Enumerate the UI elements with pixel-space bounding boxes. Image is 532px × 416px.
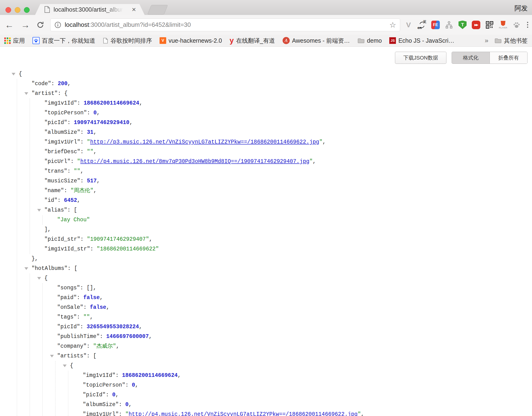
json-line: "briefDesc": "", — [44, 147, 532, 157]
json-line: "onSale": false, — [57, 303, 532, 312]
other-bookmarks[interactable]: 其他书签 — [494, 37, 528, 45]
json-children: {"img1v1Id": 18686200114669624,"topicPer… — [55, 361, 532, 416]
bookmark-baidu[interactable]: 百度一下，你就知道 — [32, 37, 95, 45]
json-punctuation: : — [119, 411, 125, 416]
json-comma: , — [139, 324, 142, 330]
tab-close-icon[interactable]: × — [132, 6, 136, 13]
back-button[interactable]: ← — [5, 20, 14, 29]
json-string: "" — [83, 314, 90, 320]
bookmark-vue-hackernews[interactable]: V vue-hackernews-2.0 — [160, 37, 222, 44]
forward-button[interactable]: → — [21, 20, 30, 29]
json-key: "songs" — [57, 285, 80, 291]
bookmark-star-icon[interactable]: ☆ — [389, 20, 396, 29]
minimize-window-button[interactable] — [15, 7, 20, 13]
close-window-button[interactable] — [5, 7, 11, 13]
json-node: "picUrl": "http://p4.music.126.net/8mv7q… — [44, 157, 532, 166]
fe-extension-icon[interactable]: FE — [431, 20, 440, 30]
json-node: "albumSize": 31, — [44, 128, 532, 137]
json-punctuation: : — [77, 295, 84, 301]
json-key: "albumSize" — [83, 402, 119, 408]
json-line: "artists": [ — [57, 351, 532, 361]
paw-extension-icon[interactable] — [512, 20, 521, 30]
json-key: "id" — [44, 197, 57, 203]
browser-profile-name[interactable]: 阿发 — [514, 4, 528, 13]
json-node: "picId": 3265549553028224, — [57, 322, 532, 332]
reload-button[interactable] — [36, 21, 45, 29]
json-punctuation: : — [83, 304, 90, 310]
bookmark-demo-folder[interactable]: demo — [358, 37, 382, 44]
tampermonkey-icon[interactable]: T — [458, 20, 467, 30]
vue-devtools-icon[interactable]: V — [404, 20, 413, 30]
json-url-link[interactable]: http://p3.music.126.net/VnZiScyynLG7atLI… — [90, 139, 319, 145]
json-punctuation: : — [51, 81, 58, 87]
json-node: "albumSize": 0, — [83, 400, 532, 410]
bookmark-youdao-translate[interactable]: y 在线翻译_有道 — [229, 37, 275, 45]
bookmark-echojs[interactable]: JS Echo JS - JavaScri… — [389, 37, 454, 44]
vue-icon: V — [160, 37, 166, 44]
json-number: 0 — [125, 402, 129, 408]
site-info-icon[interactable] — [54, 21, 61, 29]
format-button[interactable]: 格式化 — [452, 52, 490, 64]
json-comma: , — [93, 129, 97, 135]
json-key: "musicSize" — [44, 178, 80, 184]
json-comma: , — [361, 411, 364, 416]
json-line: "musicSize": 517, — [44, 176, 532, 186]
qrcode-extension-icon[interactable] — [485, 20, 494, 30]
json-comma: , — [139, 100, 142, 106]
json-url-link[interactable]: http://p4.music.126.net/8mv7qP30Pd3oHW8b… — [80, 158, 309, 164]
new-tab-button[interactable] — [147, 5, 168, 14]
collapse-triangle-icon[interactable] — [63, 365, 66, 367]
browser-tab[interactable]: localhost:3000/artist_album?id × — [35, 4, 145, 15]
address-bar[interactable]: localhost :3000/artist_album?id=6452&lim… — [50, 19, 400, 31]
json-node: "img1v1Id": 18686200114669624, — [83, 371, 532, 380]
bookmark-awesomes[interactable]: A Awesomes - 前端资… — [283, 37, 350, 45]
json-node: "img1v1Id_str": "18686200114669622" — [44, 244, 532, 254]
fullscreen-window-button[interactable] — [24, 7, 30, 13]
json-number: 3265549553028224 — [86, 324, 139, 330]
collapse-triangle-icon[interactable] — [12, 73, 15, 75]
json-comma: , — [178, 372, 181, 378]
json-url-link[interactable]: http://p4.music.126.net/VnZiScyynLG7atLI… — [129, 411, 358, 416]
json-line: "id": 6452, — [44, 196, 532, 205]
collapse-triangle-icon[interactable] — [24, 267, 28, 270]
json-children: "img1v1Id": 18686200114669624,"topicPers… — [68, 371, 532, 416]
fastforward-extension-icon[interactable]: ▶▶ — [472, 20, 481, 30]
json-punctuation: : — [100, 333, 106, 340]
json-boolean: false — [90, 304, 106, 310]
json-string: "周杰伦" — [70, 188, 93, 194]
collapse-all-button[interactable]: 折叠所有 — [490, 52, 527, 64]
json-punctuation: : — [67, 207, 74, 213]
collapse-triangle-icon[interactable] — [37, 277, 41, 280]
json-comma: , — [93, 149, 97, 155]
json-comma: , — [97, 178, 100, 184]
json-comma: , — [135, 382, 138, 388]
browser-menu-icon[interactable] — [527, 22, 528, 28]
collapse-triangle-icon[interactable] — [37, 209, 41, 212]
bookmark-google-sort[interactable]: 谷歌按时间排序 — [103, 37, 152, 45]
json-line: "img1v1Id": 18686200114669624, — [44, 98, 532, 108]
json-boolean: false — [83, 295, 100, 301]
json-line: "picId": 19097417462929410, — [44, 118, 532, 128]
json-punctuation: : — [58, 90, 64, 97]
json-key: "picId_str" — [44, 236, 80, 242]
tab-title: localhost:3000/artist_album?id — [54, 6, 125, 13]
json-viewer-actions: 下载JSON数据 格式化 折叠所有 — [395, 52, 528, 64]
translate-extension-icon[interactable]: 英 en — [418, 20, 427, 30]
json-line: "picId": 3265549553028224, — [57, 322, 532, 332]
json-string-quote: " — [309, 158, 313, 164]
collapse-triangle-icon[interactable] — [24, 92, 28, 95]
bookmark-apps[interactable]: 应用 — [4, 37, 25, 45]
json-node: "musicSize": 517, — [44, 176, 532, 186]
sitemap-extension-icon[interactable] — [445, 20, 454, 30]
html5-player-icon[interactable]: PLAYER — [499, 20, 508, 30]
bookmarks-overflow-icon[interactable]: » — [484, 37, 488, 44]
url-path: :3000/artist_album?id=6452&limit=30 — [89, 21, 191, 29]
json-string: "18686200114669622" — [97, 246, 159, 252]
json-comma: , — [149, 236, 152, 242]
download-json-button[interactable]: 下载JSON数据 — [395, 52, 446, 64]
json-bracket: { — [64, 90, 67, 97]
json-punctuation: : — [80, 285, 87, 291]
json-node: "code": 200, — [31, 79, 532, 89]
collapse-triangle-icon[interactable] — [50, 355, 54, 358]
json-string-quote: " — [77, 158, 80, 164]
